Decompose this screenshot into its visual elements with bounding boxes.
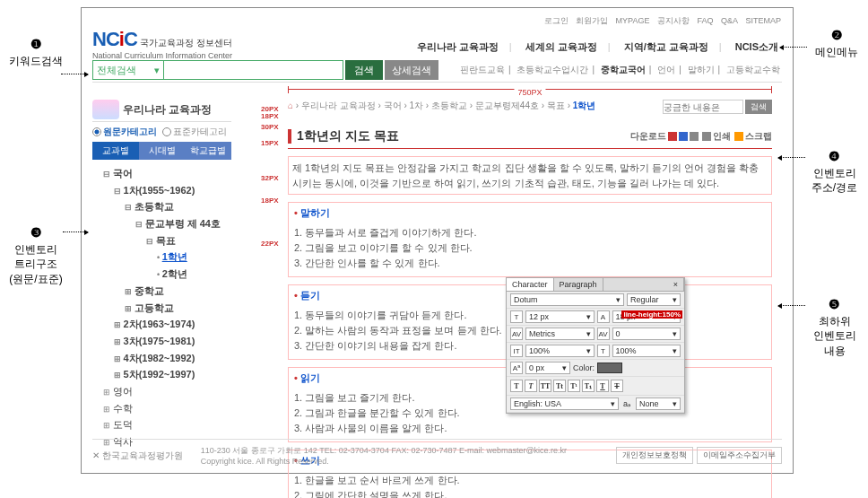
sidebar-tabs: 교과별 시대별 학교급별 xyxy=(92,142,231,160)
cp-language[interactable]: English: USA▾ xyxy=(510,398,619,410)
star-icon xyxy=(734,132,743,141)
cp-color-swatch[interactable] xyxy=(597,363,622,373)
nav-mypage[interactable]: MYPAGE xyxy=(616,16,650,25)
breadcrumb-search-input[interactable] xyxy=(663,100,743,114)
smallcaps-icon[interactable]: Tt xyxy=(553,380,566,392)
footer-privacy[interactable]: 개인정보보호정책 xyxy=(616,447,693,464)
breadcrumb-home-icon[interactable]: ⌂ xyxy=(288,100,293,110)
callout-5-text1: 최하위 xyxy=(819,315,851,328)
tree-english[interactable]: 영어 xyxy=(103,383,231,400)
hotlink-1[interactable]: 핀란드교육 xyxy=(460,65,505,74)
tree-goal[interactable]: 목표 1학년 2학년 xyxy=(146,232,231,283)
spacing-mark-30: 30PX xyxy=(261,123,279,131)
tree-math[interactable]: 수학 xyxy=(103,400,231,417)
tree-decree44[interactable]: 문교부령 제 44호 목표 1학년 2학년 xyxy=(135,215,231,283)
tree-era4[interactable]: 4차(1982~1992) xyxy=(114,350,231,367)
callout-3: ❸ 인벤토리 트리구조 (원문/표준) xyxy=(0,224,72,287)
subscript-icon[interactable]: T₁ xyxy=(582,380,595,392)
divider xyxy=(92,82,782,83)
advanced-search-button[interactable]: 상세검색 xyxy=(385,60,438,80)
radio-original[interactable]: 원문카테고리 xyxy=(92,126,157,138)
cp-tab-character[interactable]: Character xyxy=(507,278,554,291)
cp-lineheight-highlight: line-height:150% xyxy=(621,310,682,319)
tree-era3[interactable]: 3차(1975~1981) xyxy=(114,333,231,350)
tree-high[interactable]: 고등학교 xyxy=(125,300,231,317)
nav-sitemap[interactable]: SITEMAP xyxy=(745,16,781,25)
breadcrumb-search-btn[interactable]: 검색 xyxy=(745,100,772,114)
logo[interactable]: NCiC 국가교육과정 정보센터 National Curriculum Inf… xyxy=(92,28,232,60)
cp-color-label: Color: xyxy=(573,363,595,372)
radio-standard[interactable]: 표준카테고리 xyxy=(162,126,227,138)
callout-1-num: ❶ xyxy=(0,36,72,54)
action-scrap[interactable]: 스크랩 xyxy=(734,130,772,143)
bc-2[interactable]: 국어 xyxy=(384,100,402,110)
menu-domestic[interactable]: 우리나라 교육과정 xyxy=(417,41,499,52)
tab-schoollevel[interactable]: 학교급별 xyxy=(185,142,231,160)
close-icon[interactable]: × xyxy=(668,278,684,291)
cp-font-select[interactable]: Dotum▾ xyxy=(510,293,624,306)
callout-3-text2: 트리구조 xyxy=(14,258,57,270)
page-title: 1학년의 지도 목표 xyxy=(297,128,399,144)
cp-vscale[interactable]: 100%▾ xyxy=(525,345,595,357)
tree-grade1[interactable]: 1학년 xyxy=(157,249,231,266)
chevron-down-icon: ▾ xyxy=(673,295,677,304)
bc-4[interactable]: 초등학교 xyxy=(431,100,467,110)
action-download[interactable]: 다운로드 xyxy=(630,130,699,143)
menu-local[interactable]: 지역/학교 교육과정 xyxy=(624,41,708,52)
nav-qna[interactable]: Q&A xyxy=(721,16,738,25)
nav-notice[interactable]: 공지사항 xyxy=(657,16,690,25)
hotlink-4[interactable]: 언어 xyxy=(657,65,675,74)
tab-subject[interactable]: 교과별 xyxy=(92,142,139,160)
bc-1[interactable]: 우리나라 교육과정 xyxy=(301,100,376,110)
tab-era[interactable]: 시대별 xyxy=(139,142,186,160)
action-print[interactable]: 인쇄 xyxy=(702,130,731,143)
cp-antialias[interactable]: None▾ xyxy=(636,398,681,410)
italic-icon[interactable]: T xyxy=(525,380,537,392)
tree-elem[interactable]: 초등학교 문교부령 제 44호 목표 1학년 2학년 xyxy=(125,198,231,282)
callout-5-num: ❺ xyxy=(801,296,868,314)
bc-6[interactable]: 목표 xyxy=(547,100,565,110)
search-button[interactable]: 검색 xyxy=(345,60,383,80)
tree-ethics[interactable]: 도덕 xyxy=(103,416,231,433)
nav-join[interactable]: 회원가입 xyxy=(576,16,608,25)
strike-icon[interactable]: T xyxy=(611,380,623,392)
tree-grade2[interactable]: 2학년 xyxy=(157,266,231,283)
hotlink-3[interactable]: 중학교국어 xyxy=(601,65,646,74)
hotlink-6[interactable]: 고등학교수학 xyxy=(726,65,780,74)
sidebar-category-radio: 원문카테고리 표준카테고리 xyxy=(92,126,231,138)
spacing-mark-32: 32PX xyxy=(261,174,279,182)
hotlink-5[interactable]: 말하기 xyxy=(688,65,715,74)
search-input[interactable] xyxy=(164,60,343,80)
underline-icon[interactable]: T xyxy=(596,380,609,392)
footer-buttons: 개인정보보호정책 이메일주소수집거부 xyxy=(616,447,782,464)
superscript-icon[interactable]: T¹ xyxy=(568,380,580,392)
bold-icon[interactable]: T xyxy=(510,380,523,392)
tree-era1[interactable]: 1차(1955~1962) 초등학교 문교부령 제 44호 목표 xyxy=(114,182,231,317)
menu-world[interactable]: 세계의 교육과정 xyxy=(525,41,597,52)
logo-kr: 국가교육과정 정보센터 xyxy=(140,38,232,48)
footer: ✕ 한국교육과정평가원 110-230 서울 종로구 가회로 142 TEL: … xyxy=(92,439,782,466)
tree-era5[interactable]: 5차(1992~1997) xyxy=(114,366,231,383)
hotlink-2[interactable]: 초등학교수업시간 xyxy=(516,65,588,74)
cp-weight-select[interactable]: Regular▾ xyxy=(627,293,681,306)
cp-baseline[interactable]: 0 px▾ xyxy=(525,362,570,374)
footer-emailreject[interactable]: 이메일주소수집거부 xyxy=(697,447,782,464)
nav-login[interactable]: 로그인 xyxy=(544,16,569,25)
cp-hscale[interactable]: 100%▾ xyxy=(612,345,681,357)
sidebar-avatar-icon xyxy=(92,100,119,119)
allcaps-icon[interactable]: TT xyxy=(539,380,551,392)
tree-korean[interactable]: 국어 1차(1955~1962) 초등학교 문교부령 제 44호 목표 xyxy=(103,165,231,383)
bc-5[interactable]: 문교부령제44호 xyxy=(475,100,539,110)
cp-tracking[interactable]: 0▾ xyxy=(612,328,681,340)
cp-tabs: Character Paragraph × xyxy=(507,278,684,292)
tree-era2[interactable]: 2차(1963~1974) xyxy=(114,316,231,333)
tree-middle[interactable]: 중학교 xyxy=(125,283,231,300)
bc-3[interactable]: 1차 xyxy=(410,100,424,110)
nav-faq[interactable]: FAQ xyxy=(697,16,713,25)
character-panel[interactable]: Character Paragraph × Dotum▾ Regular▾ T … xyxy=(506,277,685,414)
cp-fontsize[interactable]: 12 px▾ xyxy=(525,310,595,323)
cp-tab-paragraph[interactable]: Paragraph xyxy=(554,278,603,291)
cp-kerning[interactable]: Metrics▾ xyxy=(525,328,595,340)
search-scope-select[interactable]: 전체검색 ▾ xyxy=(92,60,164,80)
menu-about[interactable]: NCIS소개 xyxy=(735,41,778,52)
